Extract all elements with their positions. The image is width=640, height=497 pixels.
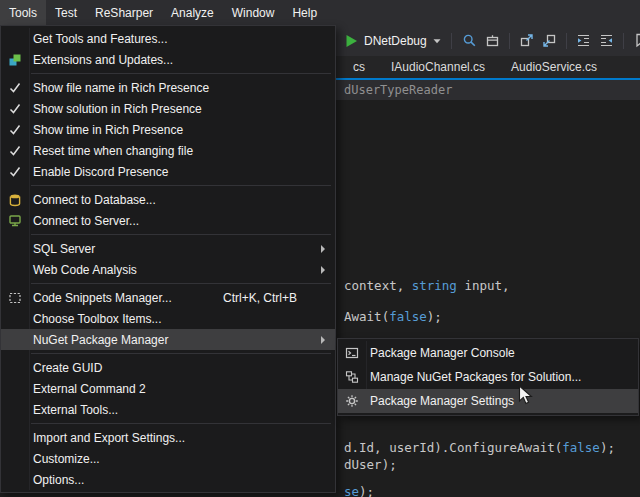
menu-item-label: Import and Export Settings... xyxy=(29,431,185,445)
menu-item-external-command-2[interactable]: External Command 2 xyxy=(1,378,335,399)
menu-item-import-and-export-settings[interactable]: Import and Export Settings... xyxy=(1,427,335,448)
menu-item-label: External Tools... xyxy=(29,403,118,417)
code-segment: context, xyxy=(344,278,412,293)
menu-item-label: Code Snippets Manager... xyxy=(29,291,172,305)
import-icon[interactable] xyxy=(540,31,559,50)
extensions-icon xyxy=(1,53,29,67)
menu-item-label: Enable Discord Presence xyxy=(29,165,168,179)
menu-item-manage-nuget-packages-for-solution[interactable]: Manage NuGet Packages for Solution... xyxy=(338,365,638,389)
menu-item-label: Customize... xyxy=(29,452,100,466)
menu-item-package-manager-console[interactable]: Package Manager Console xyxy=(338,341,638,365)
outdent-icon[interactable] xyxy=(597,31,616,50)
menu-item-label: Reset time when changing file xyxy=(29,144,193,158)
tools-menu: Get Tools and Features...Extensions and … xyxy=(0,25,336,493)
menu-item-extensions-and-updates[interactable]: Extensions and Updates... xyxy=(1,49,335,70)
export-icon[interactable] xyxy=(517,31,536,50)
menubar-item-window[interactable]: Window xyxy=(223,0,284,25)
code-segment: Await( xyxy=(344,309,389,324)
menu-item-label: Show solution in Rich Presence xyxy=(29,102,202,116)
menu-item-get-tools-and-features[interactable]: Get Tools and Features... xyxy=(1,28,335,49)
menu-item-show-time-in-rich-presence[interactable]: Show time in Rich Presence xyxy=(1,119,335,140)
check-icon xyxy=(1,165,29,179)
menu-separator xyxy=(31,423,331,424)
code-line: dUser); xyxy=(344,457,397,472)
menubar-item-analyze[interactable]: Analyze xyxy=(162,0,223,25)
code-segment: dUser); xyxy=(344,457,397,472)
tab-partial[interactable]: cs xyxy=(340,56,378,78)
menu-item-show-solution-in-rich-presence[interactable]: Show solution in Rich Presence xyxy=(1,98,335,119)
menu-item-reset-time-when-changing-file[interactable]: Reset time when changing file xyxy=(1,140,335,161)
menu-item-enable-discord-presence[interactable]: Enable Discord Presence xyxy=(1,161,335,182)
tab-iaudiochannel[interactable]: IAudioChannel.cs xyxy=(378,56,498,78)
menu-item-connect-to-database[interactable]: Connect to Database... xyxy=(1,189,335,210)
menu-item-shortcut: Ctrl+K, Ctrl+B xyxy=(223,291,329,305)
menu-item-label: Package Manager Settings xyxy=(366,394,514,408)
search-icon[interactable] xyxy=(460,31,479,50)
menu-item-show-file-name-in-rich-presence[interactable]: Show file name in Rich Presence xyxy=(1,77,335,98)
gear-icon xyxy=(338,394,366,408)
tab-audioservice[interactable]: AudioService.cs xyxy=(498,56,610,78)
menu-item-choose-toolbox-items[interactable]: Choose Toolbox Items... xyxy=(1,308,335,329)
code-line: se); xyxy=(344,484,374,497)
toolbar-separator xyxy=(451,33,452,49)
code-segment: string xyxy=(412,278,457,293)
menu-item-label: SQL Server xyxy=(29,242,95,256)
code-line: Await(false); xyxy=(344,309,442,324)
code-segment: ); xyxy=(600,440,615,455)
menu-item-label: Show time in Rich Presence xyxy=(29,123,183,137)
menubar-item-help[interactable]: Help xyxy=(283,0,326,25)
toolbar-icons xyxy=(460,31,640,50)
menu-item-label: Show file name in Rich Presence xyxy=(29,81,209,95)
menu-item-sql-server[interactable]: SQL Server xyxy=(1,238,335,259)
nuget-submenu: Package Manager ConsoleManage NuGet Pack… xyxy=(337,338,639,416)
menubar: Tools Test ReSharper Analyze Window Help xyxy=(0,0,640,25)
menu-separator xyxy=(31,73,331,74)
submenu-arrow-icon xyxy=(321,336,325,344)
bookmark-icon[interactable] xyxy=(631,31,640,50)
check-icon xyxy=(1,102,29,116)
menu-item-label: Extensions and Updates... xyxy=(29,53,173,67)
code-line: d.Id, userId).ConfigureAwait(false); xyxy=(344,440,615,455)
menu-separator xyxy=(31,283,331,284)
menu-item-label: Web Code Analysis xyxy=(29,263,137,277)
code-segment: false xyxy=(389,309,427,324)
database-icon xyxy=(1,193,29,207)
menu-item-label: Create GUID xyxy=(29,361,102,375)
menu-item-options[interactable]: Options... xyxy=(1,469,335,490)
menu-item-connect-to-server[interactable]: Connect to Server... xyxy=(1,210,335,231)
debug-target-dropdown[interactable]: DNetDebug xyxy=(341,31,443,50)
submenu-arrow-icon xyxy=(321,245,325,253)
code-segment: d.Id, userId).ConfigureAwait( xyxy=(344,440,562,455)
menu-item-package-manager-settings[interactable]: Package Manager Settings xyxy=(338,389,638,413)
package-icon[interactable] xyxy=(483,31,502,50)
code-segment: ); xyxy=(427,309,442,324)
menu-item-label: Package Manager Console xyxy=(366,346,515,360)
menubar-item-resharper[interactable]: ReSharper xyxy=(86,0,162,25)
code-segment: false xyxy=(562,440,600,455)
toolbar-separator xyxy=(509,33,510,49)
menu-item-external-tools[interactable]: External Tools... xyxy=(1,399,335,420)
menubar-item-tools[interactable]: Tools xyxy=(0,0,46,25)
submenu-arrow-icon xyxy=(321,266,325,274)
menu-item-code-snippets-manager[interactable]: Code Snippets Manager...Ctrl+K, Ctrl+B xyxy=(1,287,335,308)
console-icon xyxy=(338,346,366,360)
debug-target-label: DNetDebug xyxy=(364,34,427,48)
menu-item-customize[interactable]: Customize... xyxy=(1,448,335,469)
menu-item-nuget-package-manager[interactable]: NuGet Package Manager xyxy=(1,329,335,350)
menu-item-create-guid[interactable]: Create GUID xyxy=(1,357,335,378)
toolbar-separator xyxy=(623,33,624,49)
menu-item-web-code-analysis[interactable]: Web Code Analysis xyxy=(1,259,335,280)
indent-icon[interactable] xyxy=(574,31,593,50)
start-debug-icon[interactable] xyxy=(341,31,360,50)
nav-type-text: dUserTypeReader xyxy=(344,83,452,97)
manage-packages-icon xyxy=(338,370,366,384)
code-segment: input, xyxy=(457,278,510,293)
menu-item-label: Choose Toolbox Items... xyxy=(29,312,162,326)
menu-item-label: Options... xyxy=(29,473,84,487)
server-icon xyxy=(1,214,29,228)
chevron-down-icon[interactable] xyxy=(431,31,443,50)
menubar-item-test[interactable]: Test xyxy=(46,0,86,25)
check-icon xyxy=(1,123,29,137)
menu-item-label: Connect to Server... xyxy=(29,214,139,228)
menu-separator xyxy=(31,185,331,186)
